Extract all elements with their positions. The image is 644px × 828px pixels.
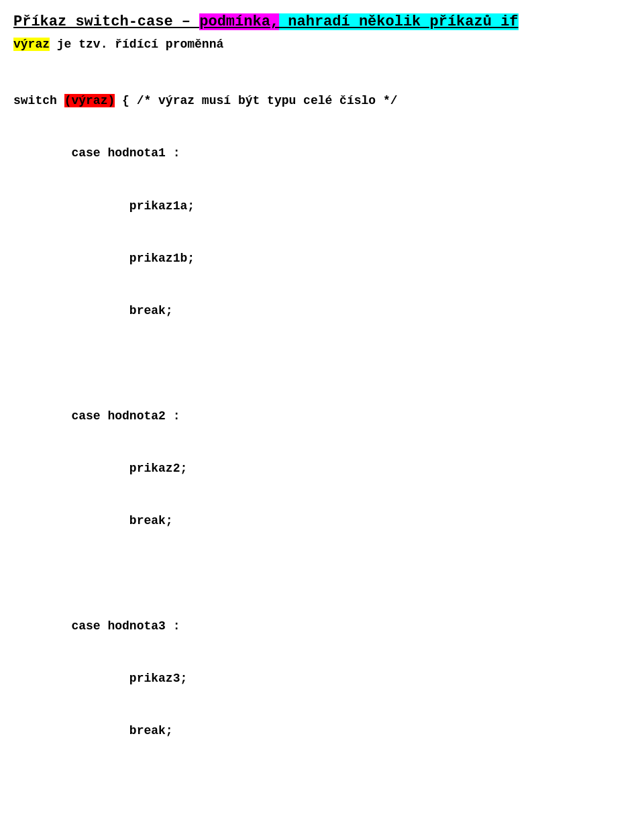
case2-cmd: prikaz2; [13, 460, 631, 477]
subtitle-line: výraz je tzv. řídící proměnná [13, 36, 631, 53]
case3-break: break; [13, 722, 631, 739]
gap1 [13, 354, 631, 372]
gap2 [13, 565, 631, 582]
vyraz-highlight: výraz [13, 38, 50, 51]
page-content: Příkaz switch-case – podmínka, nahradí n… [13, 12, 631, 828]
case2-label: case hodnota2 : [13, 407, 631, 425]
case1-cmd1: prikaz1a; [13, 197, 631, 215]
subtitle-text: je tzv. řídící proměnná [50, 38, 223, 51]
code-block-1: switch (výraz) { /* výraz musí být typu … [13, 57, 631, 828]
case2-break: break; [13, 512, 631, 529]
title-nahradí: nahradí několik příkazů if [279, 13, 518, 30]
case3-label: case hodnota3 : [13, 617, 631, 635]
switch-line-1: switch (výraz) { /* výraz musí být typu … [13, 92, 631, 109]
vyraz-red: (výraz) [64, 94, 115, 107]
switch-comment-1: { /* výraz musí být typu celé číslo */ [115, 94, 397, 107]
case1-break: break; [13, 302, 631, 319]
switch-keyword-1: switch [13, 94, 64, 107]
case1-cmd2: prikaz1b; [13, 250, 631, 267]
case1-label: case hodnota1 : [13, 144, 631, 162]
page-title: Příkaz switch-case – podmínka, nahradí n… [13, 12, 631, 33]
title-podminka: podmínka, [199, 13, 279, 30]
title-part1: Příkaz switch-case – [13, 13, 199, 30]
case3-cmd: prikaz3; [13, 670, 631, 687]
gap3 [13, 775, 631, 792]
